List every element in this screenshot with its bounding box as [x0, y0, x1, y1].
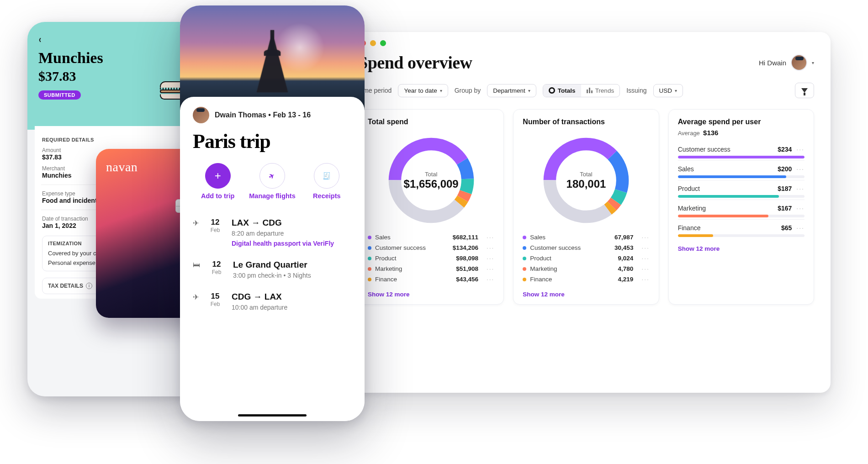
itinerary-item[interactable]: ✈15FebCDG → LAX10:00 am departure: [193, 285, 352, 317]
row-more-icon[interactable]: ···: [487, 265, 494, 272]
chevron-down-icon: ▾: [528, 88, 530, 93]
bar-track: [678, 215, 804, 217]
info-icon: i: [86, 283, 92, 289]
legend-dot-icon: [523, 236, 526, 239]
itinerary-list: ✈12FebLAX → CDG8:20 am departureDigital …: [193, 211, 352, 317]
row-more-icon[interactable]: ···: [796, 146, 804, 153]
chevron-down-icon: ▾: [812, 60, 814, 65]
row-more-icon[interactable]: ···: [487, 244, 494, 251]
issuing-label: Issuing: [626, 87, 646, 94]
total-spend-legend: Sales$682,111···Customer success$134,206…: [368, 232, 494, 285]
show-more-link[interactable]: Show 12 more: [678, 245, 804, 252]
plane-icon: ✈: [193, 293, 199, 311]
legend-dot-icon: [368, 257, 371, 260]
funnel-icon: [801, 88, 808, 93]
row-more-icon[interactable]: ···: [641, 244, 649, 251]
legend-row: Finance4,219···: [523, 274, 649, 285]
bar-track: [678, 175, 804, 178]
legend-name: Product: [375, 255, 439, 262]
receipt-icon: 🧾: [323, 172, 331, 180]
legend-value: 67,987: [614, 234, 633, 241]
bar-fill: [678, 156, 804, 158]
avg-row: Product$187···: [678, 180, 804, 200]
legend-value: $43,456: [456, 276, 478, 283]
row-more-icon[interactable]: ···: [641, 234, 649, 241]
row-more-icon[interactable]: ···: [796, 185, 804, 192]
avg-row: Customer success$234···: [678, 141, 804, 160]
bed-icon: 🛏: [193, 261, 200, 279]
legend-value: 4,780: [618, 265, 634, 272]
avg-value: $65: [781, 224, 792, 232]
avg-value: $234: [778, 146, 792, 153]
legend-name: Customer success: [375, 244, 439, 251]
legend-name: Sales: [530, 234, 594, 241]
back-button[interactable]: ‹: [39, 34, 41, 46]
chevron-down-icon: ▾: [675, 88, 677, 93]
legend-name: Sales: [375, 234, 439, 241]
legend-dot-icon: [523, 278, 526, 281]
itinerary-item[interactable]: 🛏12FebLe Grand Quartier3:00 pm check-in …: [193, 253, 352, 285]
eiffel-tower-icon: [257, 32, 288, 92]
itinerary-link[interactable]: Digital health passport via VeriFly: [232, 240, 334, 247]
row-more-icon[interactable]: ···: [796, 205, 804, 212]
legend-dot-icon: [368, 267, 371, 271]
avg-name: Marketing: [678, 205, 706, 212]
avg-value: $136: [703, 129, 718, 137]
legend-value: $98,098: [456, 255, 478, 262]
avg-spend-list: Customer success$234···Sales$200···Produ…: [678, 141, 804, 239]
avg-row: Finance$65···: [678, 219, 804, 239]
row-more-icon[interactable]: ···: [641, 265, 649, 272]
row-more-icon[interactable]: ···: [796, 224, 804, 232]
avg-name: Sales: [678, 165, 694, 173]
legend-row: Finance$43,456···: [368, 274, 494, 285]
row-more-icon[interactable]: ···: [487, 276, 494, 283]
legend-dot-icon: [523, 267, 526, 271]
itinerary-sub: 8:20 am departure: [232, 230, 334, 237]
itinerary-sub: 10:00 am departure: [232, 304, 287, 311]
legend-value: $134,206: [453, 244, 478, 251]
group-by-select[interactable]: Department ▾: [487, 84, 536, 97]
show-more-link[interactable]: Show 12 more: [523, 291, 649, 298]
legend-row: Product9,024···: [523, 253, 649, 264]
maximize-window-icon[interactable]: [380, 40, 386, 46]
avg-spend-panel: Average spend per user Average $136 Cust…: [668, 109, 814, 305]
user-menu[interactable]: Hi Dwain ▾: [759, 54, 814, 71]
legend-row: Customer success30,453···: [523, 243, 649, 253]
panel-title: Average spend per user: [678, 118, 804, 126]
currency-select[interactable]: USD ▾: [653, 84, 683, 97]
bar-fill: [678, 215, 768, 217]
legend-dot-icon: [368, 278, 371, 281]
legend-name: Finance: [375, 276, 439, 283]
itinerary-item[interactable]: ✈12FebLAX → CDG8:20 am departureDigital …: [193, 211, 352, 253]
row-more-icon[interactable]: ···: [487, 255, 494, 262]
row-more-icon[interactable]: ···: [641, 255, 649, 262]
transactions-donut: Total 180,001: [538, 132, 634, 228]
minimize-window-icon[interactable]: [370, 40, 376, 46]
legend-row: Product$98,098···: [368, 253, 494, 264]
legend-value: $51,908: [456, 265, 478, 272]
avatar: [791, 54, 807, 71]
legend-row: Marketing$51,908···: [368, 264, 494, 274]
row-more-icon[interactable]: ···: [796, 165, 804, 173]
spend-dashboard-window: Spend overview Hi Dwain ▾ Time period Ye…: [342, 32, 831, 393]
show-more-link[interactable]: Show 12 more: [368, 291, 494, 298]
legend-dot-icon: [368, 236, 371, 239]
row-more-icon[interactable]: ···: [641, 276, 649, 283]
bar-fill: [678, 234, 713, 237]
avg-row: Sales$200···: [678, 160, 804, 180]
totals-toggle[interactable]: Totals: [543, 84, 581, 97]
add-to-trip-button[interactable]: + Add to trip: [193, 163, 243, 200]
itinerary-title: Le Grand Quartier: [233, 260, 311, 270]
manage-flights-button[interactable]: ✈ Manage flights: [247, 163, 297, 200]
avg-value: $187: [778, 185, 792, 192]
legend-name: Product: [530, 255, 594, 262]
bar-track: [678, 156, 804, 158]
trends-toggle[interactable]: Trends: [581, 84, 620, 97]
row-more-icon[interactable]: ···: [487, 234, 494, 241]
plus-icon: +: [215, 169, 221, 182]
time-period-select[interactable]: Year to date ▾: [398, 84, 448, 97]
itinerary-title: CDG → LAX: [232, 292, 287, 302]
home-indicator[interactable]: [238, 414, 307, 417]
receipts-button[interactable]: 🧾 Receipts: [302, 163, 352, 200]
filter-button[interactable]: [795, 83, 814, 98]
